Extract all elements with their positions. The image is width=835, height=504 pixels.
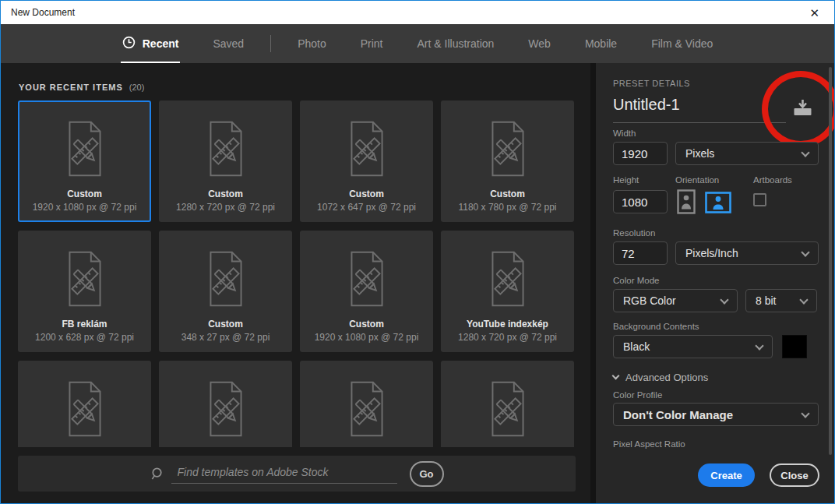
preset-card-title: Custom	[208, 189, 243, 199]
chevron-down-icon	[755, 341, 763, 350]
preset-details-heading: PRESET DETAILS	[613, 79, 690, 88]
width-unit-select[interactable]: Pixels	[675, 142, 819, 165]
scrollbar[interactable]	[829, 67, 832, 455]
document-name-field[interactable]: Untitled-1	[613, 96, 680, 114]
background-contents-label: Background Contents	[613, 322, 699, 331]
tab-saved[interactable]: Saved	[196, 24, 261, 63]
tab-print[interactable]: Print	[344, 24, 400, 63]
document-pencil-ruler-icon	[474, 246, 542, 315]
tab-divider	[270, 35, 271, 52]
clock-icon	[122, 36, 136, 51]
chevron-down-icon	[612, 372, 620, 380]
tab-recent[interactable]: Recent	[105, 24, 196, 63]
tab-label: Film & Video	[651, 37, 713, 50]
save-preset-icon[interactable]	[792, 99, 813, 121]
orientation-landscape-icon[interactable]	[705, 192, 731, 213]
tab-label: Art & Illustration	[418, 37, 495, 50]
preset-card[interactable]	[300, 361, 433, 447]
artboards-checkbox[interactable]	[753, 193, 766, 206]
background-contents-select[interactable]: Black	[613, 335, 773, 358]
artboards-label: Artboards	[753, 175, 792, 185]
close-icon[interactable]: ✕	[805, 5, 824, 20]
preset-card[interactable]: Custom 348 x 27 px @ 72 ppi	[159, 231, 292, 352]
window-title: New Document	[11, 7, 75, 18]
preset-card-title: Custom	[490, 189, 525, 199]
color-profile-label: Color Profile	[613, 390, 662, 400]
go-button[interactable]: Go	[410, 461, 444, 487]
recent-items-panel: YOUR RECENT ITEMS(20)	[1, 63, 590, 503]
tab-label: Mobile	[585, 37, 617, 50]
resolution-label: Resolution	[613, 228, 655, 238]
create-button[interactable]: Create	[698, 463, 755, 487]
preset-card-title: FB reklám	[62, 319, 107, 330]
preset-card-title: Custom	[67, 189, 102, 199]
document-pencil-ruler-icon	[333, 376, 401, 445]
width-input[interactable]	[613, 142, 668, 165]
tab-photo[interactable]: Photo	[280, 24, 344, 63]
orientation-label: Orientation	[675, 175, 719, 185]
preset-card-title: YouTube indexkép	[467, 319, 548, 330]
panel-divider	[590, 63, 596, 503]
height-label: Height	[613, 175, 639, 185]
background-color-swatch[interactable]	[782, 335, 807, 358]
preset-card-grid: Custom 1920 x 1080 px @ 72 ppi	[18, 100, 576, 447]
tab-label: Saved	[213, 37, 244, 50]
resolution-input[interactable]	[613, 241, 668, 265]
category-tab-bar: Recent Saved Photo Print Art & Illustrat…	[1, 24, 834, 63]
resolution-unit-select[interactable]: Pixels/Inch	[675, 241, 819, 265]
recent-items-count: (20)	[129, 83, 145, 92]
preset-card-dimensions: 1920 x 1080 px @ 72 ppi	[315, 332, 419, 343]
document-pencil-ruler-icon	[51, 376, 119, 445]
document-pencil-ruler-icon	[51, 116, 119, 185]
chevron-down-icon	[801, 248, 809, 256]
document-pencil-ruler-icon	[51, 246, 119, 315]
tab-label: Photo	[298, 37, 326, 50]
close-button[interactable]: Close	[770, 463, 819, 487]
preset-card-title: Custom	[208, 319, 243, 330]
preset-card[interactable]: Custom 1920 x 1080 px @ 72 ppi	[300, 231, 433, 352]
chevron-down-icon	[801, 409, 809, 418]
document-pencil-ruler-icon	[192, 246, 260, 315]
tab-art-illustration[interactable]: Art & Illustration	[400, 24, 512, 63]
search-input[interactable]	[171, 463, 397, 484]
document-pencil-ruler-icon	[474, 376, 542, 445]
preset-card-dimensions: 1180 x 780 px @ 72 ppi	[458, 202, 556, 213]
preset-card-dimensions: 1200 x 628 px @ 72 ppi	[35, 332, 134, 343]
preset-card-dimensions: 1280 x 720 px @ 72 ppi	[176, 202, 275, 213]
document-name-underline	[613, 122, 786, 123]
chevron-down-icon	[720, 295, 728, 304]
preset-card[interactable]: Custom 835 x 504 px @ 72 ppi	[300, 100, 433, 222]
width-label: Width	[613, 129, 636, 138]
preset-card[interactable]	[441, 361, 574, 447]
advanced-options-toggle[interactable]: Advanced Options	[613, 372, 708, 383]
search-icon	[150, 467, 165, 481]
preset-card[interactable]: Custom 1920 x 1080 px @ 72 ppi	[18, 100, 151, 222]
height-input[interactable]	[613, 190, 668, 213]
preset-card-dimensions: 835 x 504 px @ 72 ppi	[317, 202, 416, 213]
preset-details-panel: PRESET DETAILS Untitled-1 Width Pixels H…	[596, 63, 834, 503]
tab-film-video[interactable]: Film & Video	[634, 24, 730, 63]
document-pencil-ruler-icon	[192, 376, 260, 445]
document-pencil-ruler-icon	[474, 116, 542, 185]
chevron-down-icon	[801, 148, 809, 157]
tab-web[interactable]: Web	[511, 24, 568, 63]
document-pencil-ruler-icon	[192, 116, 260, 185]
color-mode-select[interactable]: RGB Color	[613, 289, 738, 312]
orientation-portrait-icon[interactable]	[677, 189, 696, 214]
title-bar: New Document ✕	[1, 1, 834, 24]
tab-label: Web	[528, 37, 551, 50]
preset-card-dimensions: 348 x 27 px @ 72 ppi	[181, 332, 270, 343]
preset-card-title: Custom	[349, 189, 384, 199]
tab-mobile[interactable]: Mobile	[568, 24, 634, 63]
recent-items-heading: YOUR RECENT ITEMS(20)	[19, 83, 144, 92]
preset-card[interactable]: FB reklám 1200 x 628 px @ 72 ppi	[18, 231, 151, 352]
preset-card[interactable]	[159, 361, 292, 447]
document-pencil-ruler-icon	[333, 246, 401, 315]
chevron-down-icon	[799, 295, 808, 304]
preset-card[interactable]	[18, 361, 151, 447]
bit-depth-select[interactable]: 8 bit	[745, 289, 817, 312]
preset-card[interactable]: Custom 1180 x 780 px @ 72 ppi	[441, 100, 574, 222]
preset-card[interactable]: Custom 1280 x 720 px @ 72 ppi	[159, 100, 292, 222]
preset-card[interactable]: YouTube indexkép 1280 x 720 px @ 72 ppi	[441, 231, 574, 352]
color-profile-select[interactable]: Don't Color Manage	[613, 403, 819, 426]
